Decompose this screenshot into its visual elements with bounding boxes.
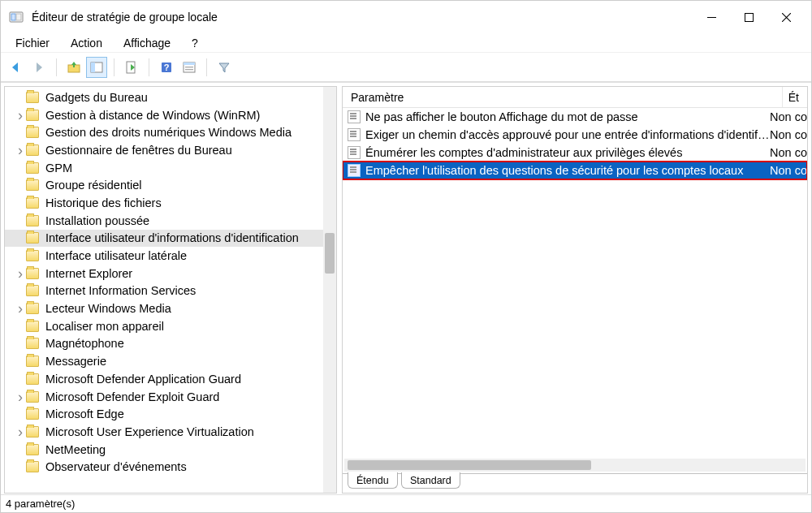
- properties-button[interactable]: [179, 57, 200, 78]
- svg-rect-12: [185, 67, 193, 67]
- tree-item[interactable]: Observateur d'événements: [5, 458, 323, 476]
- folder-icon: [26, 110, 39, 121]
- tree-item[interactable]: Interface utilisateur latérale: [5, 247, 323, 265]
- tab-standard[interactable]: Standard: [401, 472, 460, 489]
- tree-item[interactable]: Microsoft Edge: [5, 405, 323, 423]
- toolbar-separator: [149, 58, 149, 76]
- svg-rect-2: [16, 14, 21, 20]
- tree-item[interactable]: ›Gestion à distance de Windows (WinRM): [5, 106, 323, 124]
- toolbar-separator: [56, 58, 57, 76]
- tree-item[interactable]: Gestion des droits numériques Windows Me…: [5, 123, 323, 141]
- setting-icon: [348, 128, 361, 141]
- tree-item[interactable]: ›Lecteur Windows Media: [5, 300, 323, 317]
- tree-item-label: Historique des fichiers: [44, 196, 163, 209]
- menu-action[interactable]: Action: [61, 35, 112, 51]
- tree-item[interactable]: Magnétophone: [5, 335, 323, 353]
- close-button[interactable]: [767, 5, 805, 29]
- tree-item[interactable]: Localiser mon appareil: [5, 317, 323, 335]
- tree-item-label: Gestion à distance de Windows (WinRM): [44, 109, 261, 122]
- minimize-button[interactable]: [693, 5, 730, 29]
- menu-help[interactable]: ?: [182, 35, 208, 51]
- tree-item-label: Installation poussée: [44, 214, 151, 227]
- setting-state: Non co: [770, 110, 807, 123]
- help-button[interactable]: ?: [156, 57, 177, 78]
- menu-view[interactable]: Affichage: [114, 35, 180, 51]
- tree-scroll[interactable]: Gadgets du Bureau›Gestion à distance de …: [5, 87, 323, 493]
- maximize-button[interactable]: [730, 5, 767, 29]
- menu-file[interactable]: Fichier: [6, 35, 59, 51]
- setting-label: Ne pas afficher le bouton Affichage du m…: [365, 110, 770, 123]
- tree-item[interactable]: ›Internet Explorer: [5, 265, 323, 282]
- tree-item[interactable]: Interface utilisateur d'informations d'i…: [5, 230, 323, 248]
- svg-rect-1: [11, 14, 15, 20]
- folder-icon: [26, 179, 39, 191]
- tree-item[interactable]: Gadgets du Bureau: [5, 88, 323, 106]
- chevron-right-icon[interactable]: ›: [15, 144, 26, 156]
- detail-pane: Paramètre Ét Ne pas afficher le bouton A…: [342, 86, 808, 494]
- scrollbar-thumb[interactable]: [325, 233, 335, 274]
- tree-item[interactable]: GPM: [5, 159, 323, 177]
- tab-strip: Étendu Standard: [343, 473, 807, 493]
- setting-row[interactable]: Exiger un chemin d'accès approuvé pour u…: [343, 126, 807, 144]
- tree-vertical-scrollbar[interactable]: [323, 87, 336, 493]
- tree-item-label: GPM: [44, 162, 74, 175]
- chevron-right-icon[interactable]: ›: [15, 391, 26, 403]
- chevron-right-icon[interactable]: ›: [15, 268, 26, 279]
- detail-header[interactable]: Paramètre Ét: [343, 87, 807, 108]
- tree-item-label: Microsoft User Experience Virtualization: [44, 425, 256, 438]
- tree-item[interactable]: ›Microsoft User Experience Virtualizatio…: [5, 423, 323, 441]
- up-folder-button[interactable]: [63, 57, 84, 78]
- toolbar-separator: [114, 58, 114, 76]
- window-title: Éditeur de stratégie de groupe locale: [32, 11, 693, 24]
- detail-list[interactable]: Ne pas afficher le bouton Affichage du m…: [343, 108, 807, 459]
- folder-icon: [26, 162, 39, 174]
- setting-row[interactable]: Empêcher l'utilisation des questions de …: [343, 162, 807, 179]
- export-list-button[interactable]: [121, 57, 142, 78]
- folder-icon: [26, 461, 39, 472]
- tree-item-label: Magnétophone: [44, 337, 126, 350]
- tree-item[interactable]: ›Gestionnaire de fenêtres du Bureau: [5, 141, 323, 159]
- folder-icon: [26, 373, 39, 385]
- folder-icon: [26, 303, 39, 314]
- show-hide-tree-button[interactable]: [86, 57, 107, 78]
- tree-item[interactable]: Historique des fichiers: [5, 194, 323, 212]
- chevron-right-icon[interactable]: ›: [15, 303, 26, 314]
- back-button[interactable]: [6, 57, 27, 78]
- scrollbar-thumb[interactable]: [348, 460, 591, 470]
- svg-rect-13: [185, 69, 193, 70]
- folder-icon: [26, 127, 39, 138]
- folder-icon: [26, 444, 39, 455]
- menubar: Fichier Action Affichage ?: [1, 33, 811, 53]
- svg-rect-6: [91, 63, 95, 72]
- tree-item-label: Microsoft Defender Exploit Guard: [44, 390, 221, 403]
- tree-item-label: Messagerie: [44, 355, 108, 368]
- setting-label: Empêcher l'utilisation des questions de …: [365, 164, 770, 177]
- setting-row[interactable]: Ne pas afficher le bouton Affichage du m…: [343, 108, 807, 126]
- folder-icon: [26, 338, 39, 349]
- tree-item-label: Internet Information Services: [44, 284, 197, 297]
- folder-icon: [26, 215, 39, 226]
- filter-button[interactable]: [214, 57, 235, 78]
- tree-item[interactable]: Microsoft Defender Application Guard: [5, 370, 323, 388]
- tree-item[interactable]: ›Microsoft Defender Exploit Guard: [5, 388, 323, 406]
- tab-etendu[interactable]: Étendu: [348, 472, 398, 489]
- chevron-right-icon[interactable]: ›: [15, 110, 26, 121]
- tree-item[interactable]: Internet Information Services: [5, 282, 323, 300]
- tree-item-label: Gestion des droits numériques Windows Me…: [44, 126, 293, 139]
- tree-item[interactable]: NetMeeting: [5, 441, 323, 459]
- titlebar: Éditeur de stratégie de groupe locale: [1, 1, 811, 33]
- tree-item[interactable]: Groupe résidentiel: [5, 176, 323, 194]
- chevron-right-icon[interactable]: ›: [15, 426, 26, 438]
- folder-icon: [26, 250, 39, 261]
- detail-horizontal-scrollbar[interactable]: [344, 459, 806, 472]
- folder-icon: [26, 391, 39, 403]
- forward-button[interactable]: [28, 57, 50, 78]
- folder-icon: [26, 232, 39, 244]
- setting-row[interactable]: Énumérer les comptes d'administrateur au…: [343, 144, 807, 162]
- tree-item[interactable]: Messagerie: [5, 352, 323, 370]
- app-icon: [9, 10, 24, 24]
- tree-item-label: Microsoft Edge: [44, 407, 126, 420]
- column-header-parametre[interactable]: Paramètre: [343, 87, 783, 107]
- column-header-etat[interactable]: Ét: [783, 87, 807, 107]
- tree-item[interactable]: Installation poussée: [5, 212, 323, 230]
